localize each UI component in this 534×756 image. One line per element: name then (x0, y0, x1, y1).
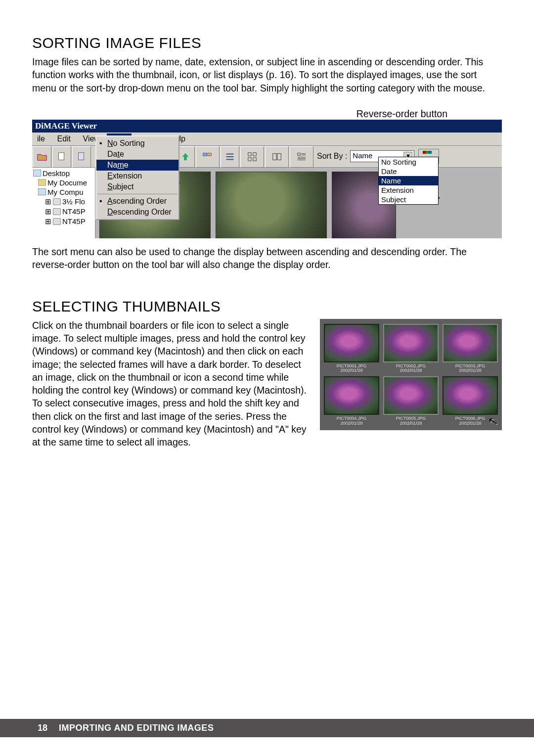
sort-menu-descending[interactable]: Descending Order (96, 207, 178, 218)
menu-file[interactable]: ile (32, 133, 50, 144)
sort-menu-name[interactable]: Name (96, 160, 178, 171)
thumb-image (383, 324, 439, 362)
computer-icon (38, 188, 46, 195)
svg-rect-6 (248, 158, 251, 161)
sortby-label: Sort By : (314, 152, 350, 161)
toolbar-page-icon[interactable] (72, 146, 91, 168)
reverse-order-label: Reverse-order button (32, 108, 447, 120)
thumb-date: 2002/01/28 (443, 368, 498, 373)
svg-rect-0 (59, 153, 64, 160)
sort-menu-dropdown: No Sorting Date Name Extension Subject A… (95, 135, 179, 220)
dropdown-extension[interactable]: Extension (379, 185, 438, 195)
page-footer: 18 IMPORTING AND EDITING IMAGES (0, 719, 534, 737)
heading-selecting: SELECTING THUMBNAILS (32, 298, 502, 315)
thumb-cell[interactable]: PICT0005.JPG 2002/01/28 (383, 376, 439, 426)
toolbar-tile-icon[interactable] (196, 146, 220, 168)
svg-rect-2 (203, 153, 207, 156)
thumb-image (324, 376, 379, 415)
thumb-date: 2002/01/28 (324, 421, 379, 426)
window-titlebar: DiMAGE Viewer (32, 120, 502, 133)
drive-icon (53, 208, 61, 215)
thumb-cell[interactable]: PICT0001.JPG 2002/01/28 (324, 324, 379, 374)
svg-rect-5 (253, 153, 256, 156)
footer-title: IMPORTING AND EDITING IMAGES (59, 723, 214, 733)
caption-sort: The sort menu can also be used to change… (32, 245, 502, 271)
tree-floppy[interactable]: ⊞ 3½ Flo (33, 197, 94, 207)
sort-menu-nosorting[interactable]: No Sorting (96, 138, 178, 149)
toolbar-grid4-icon[interactable] (240, 146, 264, 168)
toolbar-grid2-icon[interactable] (265, 146, 289, 168)
drive-icon (53, 218, 61, 225)
tree-mydocs[interactable]: My Docume (33, 178, 94, 187)
toolbar-open-icon[interactable] (33, 146, 51, 168)
dropdown-subject[interactable]: Subject (379, 195, 438, 204)
folder-icon (38, 179, 46, 186)
sort-menu-subject[interactable]: Subject (96, 181, 178, 192)
svg-rect-9 (277, 154, 281, 160)
floppy-icon (53, 198, 61, 205)
thumb-date: 2002/01/28 (383, 368, 439, 373)
menu-edit[interactable]: Edit (52, 133, 76, 144)
toolbar-newdoc-icon[interactable] (52, 146, 71, 168)
heading-sorting: SORTING IMAGE FILES (32, 35, 502, 51)
folder-tree: Desktop My Docume My Compu ⊞ 3½ Flo ⊞ NT… (32, 168, 95, 238)
thumb-date: 2002/01/28 (324, 368, 379, 373)
desktop-icon (33, 170, 41, 177)
svg-rect-4 (248, 153, 251, 156)
page-number: 18 (38, 723, 47, 733)
thumbnail-large-2[interactable] (216, 172, 327, 238)
sort-menu-ascending[interactable]: Ascending Order (96, 196, 178, 207)
thumb-cell[interactable]: PICT0003.JPG 2002/01/28 (443, 324, 498, 374)
dropdown-nosorting[interactable]: No Sorting (379, 157, 438, 167)
sortby-dropdown-list: No Sorting Date Name Extension Subject (378, 157, 439, 205)
svg-rect-3 (208, 153, 211, 156)
sort-menu-extension[interactable]: Extension (96, 171, 178, 181)
selecting-body: Click on the thumbnail boarders or file … (32, 319, 308, 449)
svg-rect-8 (273, 154, 276, 160)
dropdown-date[interactable]: Date (379, 167, 438, 176)
svg-rect-1 (79, 153, 84, 160)
dropdown-name[interactable]: Name (379, 176, 438, 185)
screenshot-app-window: DiMAGE Viewer ile Edit View Sort Tools H… (32, 120, 502, 238)
thumbnail-grid: PICT0001.JPG 2002/01/28 PICT0002.JPG 200… (320, 319, 502, 431)
sort-menu-date[interactable]: Date (96, 149, 178, 160)
tree-desktop[interactable]: Desktop (33, 169, 94, 178)
tree-mycomp[interactable]: My Compu (33, 187, 94, 197)
thumb-date: 2002/01/28 (383, 421, 439, 426)
svg-rect-7 (253, 158, 256, 161)
thumb-image (383, 376, 439, 415)
toolbar-detail-icon[interactable] (290, 146, 313, 168)
thumb-cell[interactable]: PICT0002.JPG 2002/01/28 (383, 324, 439, 374)
thumb-image (324, 324, 379, 362)
svg-rect-10 (298, 153, 301, 156)
tree-drive2[interactable]: ⊞ NT45P (33, 217, 94, 226)
tree-drive1[interactable]: ⊞ NT45P (33, 207, 94, 217)
intro-text: Image files can be sorted by name, date,… (32, 55, 502, 94)
toolbar-list-icon[interactable] (221, 146, 239, 168)
thumb-image (443, 324, 498, 362)
thumb-cell[interactable]: PICT0004.JPG 2002/01/28 (324, 376, 379, 426)
thumb-image (443, 376, 498, 415)
